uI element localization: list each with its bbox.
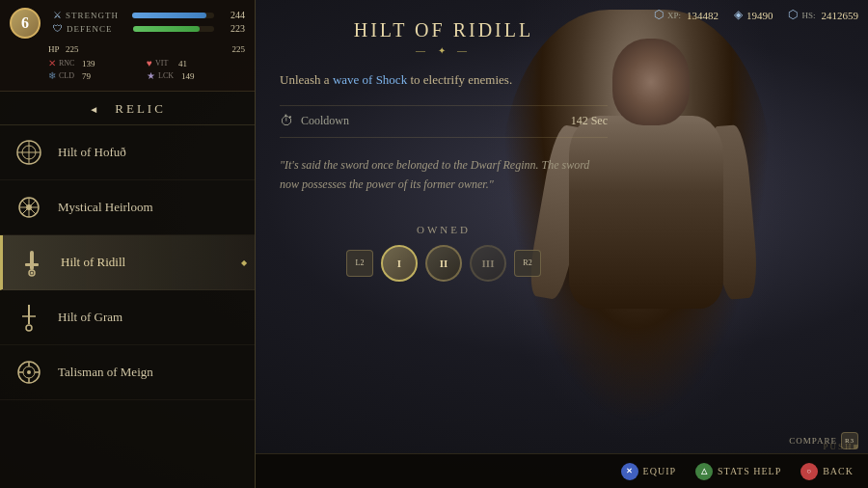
cooldown-label: Cooldown [301,114,571,128]
item-description: Unleash a wave of Shock to electrify ene… [280,70,608,91]
desc-part2: to electrify enemies. [407,72,512,87]
svg-point-5 [26,204,32,210]
svg-point-9 [31,272,34,275]
relic-title: RELIC [115,101,166,116]
lck-icon: ★ [147,70,155,81]
xp-label: XP: [667,11,681,20]
mini-stats: ✕ RNC 139 ♥ VIT 41 ❄ CLD 79 ★ LCK 149 [10,58,245,83]
item-title: HILT OF RIDILL [280,19,608,41]
owned-section: OWNED L2 I II III R2 [280,224,608,282]
lore-text: "It's said the sword once belonged to th… [280,155,608,195]
relic-hofud-name: Hilt of Hofuð [58,145,126,160]
cld-icon: ❄ [48,70,56,81]
stats-help-label: STATS HELP [718,466,781,476]
relic-hofud-icon [12,135,46,170]
currency-icon: ◈ [734,8,743,22]
cooldown-icon: ⏱ [280,114,293,129]
relic-mystical-name: Mystical Heirloom [58,200,153,215]
equip-button-icon: ✕ [621,463,638,480]
left-panel: 6 ⚔ STRENGTH 244 🛡 DEFENCE 223 [0,0,256,488]
relic-ridill-icon [14,245,49,280]
strength-bar-bg [132,13,214,18]
rnc-value: 139 [82,59,95,68]
owned-label: OWNED [280,224,608,235]
desc-part1: Unleash a [280,72,333,87]
top-hud: ⬡ XP: 134482 ◈ 19490 ⬡ HS: 2412659 [654,8,858,22]
equip-label: EQUIP [643,466,676,476]
hs-icon: ⬡ [788,8,798,22]
cooldown-value: 142 Sec [571,114,608,128]
cld-label: CLD [59,71,78,80]
desc-highlight: wave of Shock [333,72,407,87]
relic-header: RELIC [0,92,255,125]
lck-label: LCK [158,71,177,80]
svg-point-12 [26,325,32,331]
svg-rect-6 [30,251,34,270]
relic-ridill-name: Hilt of Ridill [61,255,125,270]
defence-icon: 🛡 [53,23,63,34]
stats-top-row: 6 ⚔ STRENGTH 244 🛡 DEFENCE 223 [10,8,245,39]
hs-label: HS: [801,11,815,20]
vit-icon: ♥ [147,58,152,68]
relic-item-mystical[interactable]: Mystical Heirloom [0,180,255,235]
slot-1-button[interactable]: I [381,245,418,282]
xp-icon: ⬡ [654,8,664,22]
push-logo: PUSH■ [824,442,860,451]
stats-help-action[interactable]: △ STATS HELP [695,463,781,480]
currency-value: 19490 [746,10,773,21]
title-divider: — ✦ — [280,45,608,56]
cld-stat: ❄ CLD 79 [48,70,147,81]
lck-stat: ★ LCK 149 [147,70,245,81]
strength-bar [132,13,206,18]
back-label: BACK [823,466,854,476]
hp2-display: 225 [232,44,246,54]
equip-action[interactable]: ✕ EQUIP [621,463,676,480]
l2-button[interactable]: L2 [346,250,373,277]
middle-panel: HILT OF RIDILL — ✦ — Unleash a wave of S… [256,0,632,488]
xp-value: 134482 [687,10,719,21]
strength-row: ⚔ STRENGTH 244 [53,10,245,20]
relic-item-gram[interactable]: Hilt of Gram [0,290,255,345]
cooldown-row: ⏱ Cooldown 142 Sec [280,105,608,138]
relic-meign-icon [12,355,46,390]
strength-icon: ⚔ [53,10,62,20]
relic-meign-name: Talisman of Meign [58,365,153,380]
slot-3-button[interactable]: III [470,245,506,282]
r2-button[interactable]: R2 [514,250,541,277]
vit-label: VIT [155,59,175,68]
defence-row: 🛡 DEFENCE 223 [53,23,245,34]
vit-stat: ♥ VIT 41 [147,58,245,68]
stats-header: 6 ⚔ STRENGTH 244 🛡 DEFENCE 223 [0,0,255,92]
relic-mystical-icon [12,190,46,225]
rnc-label: RNC [59,59,78,68]
stats-help-icon: △ [695,463,713,480]
strength-label: STRENGTH [66,11,128,20]
currency-display: ◈ 19490 [734,8,773,22]
xp-display: ⬡ XP: 134482 [654,8,719,22]
cld-value: 79 [82,71,91,81]
back-button-icon: ○ [800,463,818,480]
hs-value: 2412659 [822,10,859,21]
rnc-stat: ✕ RNC 139 [48,58,147,68]
relic-item-ridill[interactable]: Hilt of Ridill [0,235,255,290]
relic-gram-icon [12,300,46,335]
lck-value: 149 [181,71,195,81]
relic-list: Hilt of Hofuð Mystical Heirloom [0,125,255,400]
svg-rect-7 [25,263,39,266]
slot-2-button[interactable]: II [425,245,462,282]
slot-buttons: L2 I II III R2 [280,245,608,282]
defence-bar-bg [133,26,214,32]
level-badge: 6 [10,8,41,39]
defence-value: 223 [218,23,245,34]
hp-display: HP 225 [48,44,78,54]
relic-item-hofud[interactable]: Hilt of Hofuð [0,125,255,180]
svg-point-15 [27,370,31,374]
strength-value: 244 [218,10,245,20]
back-action[interactable]: ○ BACK [800,463,854,480]
hs-display: ⬡ HS: 2412659 [788,8,858,22]
defence-label: DEFENCE [67,24,129,34]
relic-item-meign[interactable]: Talisman of Meign [0,345,255,400]
relic-gram-name: Hilt of Gram [58,310,122,325]
bottom-bar: ✕ EQUIP △ STATS HELP ○ BACK [256,453,868,488]
vit-value: 41 [178,59,187,68]
